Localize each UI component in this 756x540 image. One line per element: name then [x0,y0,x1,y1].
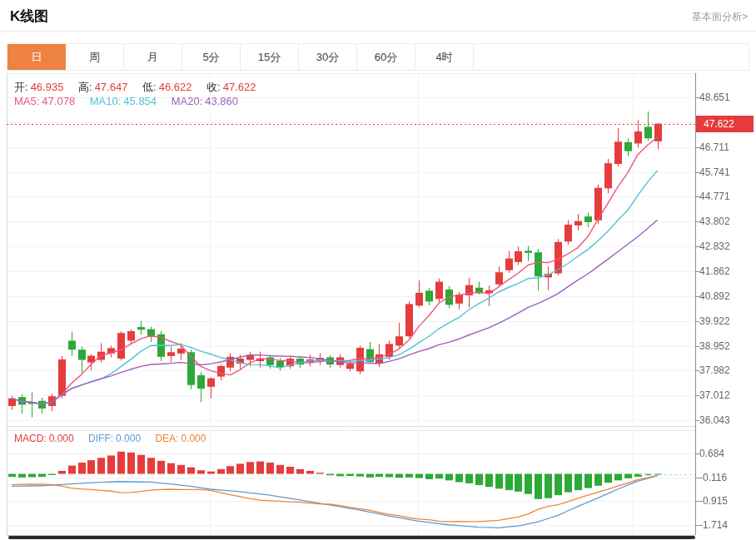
open-label: 开: [14,81,28,93]
price-axis-label: 45.741 [699,166,753,178]
ma10-value: 45.854 [123,95,157,107]
ma-readout: MA5:47.078 MA10:45.854 MA20:43.860 [14,95,241,107]
ma20-value: 43.860 [205,95,238,107]
price-axis-label: 36.043 [699,414,753,426]
ohlc-readout: 开:46.935 高:47.647 低:46.622 收:47.622 [14,80,258,95]
tab-day[interactable]: 日 [7,44,66,70]
chart-scrollbar[interactable] [8,536,695,539]
tab-month[interactable]: 月 [124,44,182,70]
price-axis-label: 44.771 [699,191,753,202]
low-value: 46.622 [159,81,192,93]
tab-15min[interactable]: 15分 [241,44,299,70]
ma10-label: MA10: [90,95,122,107]
tab-60min[interactable]: 60分 [357,44,415,70]
kline-panel: K线图 基本面分析> 日周月5分15分30分60分4时 开:46.935 高:4… [0,0,756,540]
price-axis-label: 40.892 [699,290,753,302]
tab-week[interactable]: 周 [66,44,124,70]
macd-readout: MACD:0.000 DIFF:0.000 DEA:0.000 [14,433,208,444]
macd-label: MACD: [14,433,47,444]
high-label: 高: [78,81,92,93]
price-axis-label: 38.952 [699,340,753,352]
diff-value: 0.000 [116,433,141,444]
high-value: 47.647 [95,81,128,93]
diff-label: DIFF: [88,433,113,444]
macd-value: 0.000 [49,433,74,444]
price-axis-label: 37.982 [699,364,753,376]
fundamental-analysis-link[interactable]: 基本面分析> [692,10,748,24]
tab-5min[interactable]: 5分 [182,44,241,70]
price-axis-label: 43.802 [699,216,753,227]
dea-value: 0.000 [181,433,206,444]
price-axis-label: 41.862 [699,265,753,277]
open-value: 46.935 [31,81,64,93]
price-axis-label: 48.651 [699,92,753,103]
ma5-value: 47.078 [42,95,75,107]
low-label: 低: [142,81,157,93]
tab-4hour[interactable]: 4时 [415,44,474,70]
tab-30min[interactable]: 30分 [299,44,357,70]
macd-axis-label: -0.915 [699,495,753,507]
dea-label: DEA: [155,433,178,444]
macd-axis-label: -1.714 [699,519,753,531]
price-axis-label: 46.711 [699,141,753,153]
ma20-label: MA20: [172,95,203,107]
macd-axis-label: -0.116 [699,472,753,483]
macd-axis-label: 0.684 [699,448,753,459]
close-value: 47.622 [223,81,256,93]
ma5-label: MA5: [14,95,39,107]
price-axis-label: 39.922 [699,315,753,327]
close-label: 收: [206,81,221,93]
interval-tab-bar: 日周月5分15分30分60分4时 [7,43,749,71]
price-axis-label: 37.012 [699,389,753,401]
current-price-tag: 47.622 [696,116,754,132]
price-axis-label: 42.832 [699,240,753,252]
page-title: K线图 [10,7,48,26]
header-divider [0,31,756,32]
